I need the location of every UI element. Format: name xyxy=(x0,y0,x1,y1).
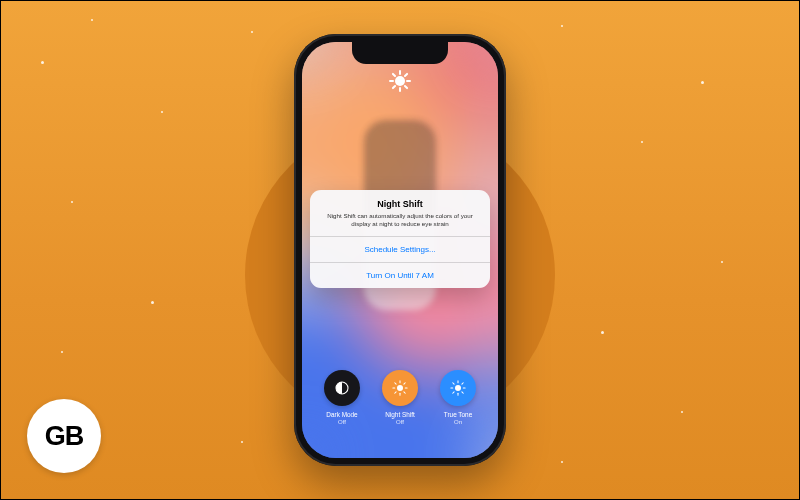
night-shift-popover: Night Shift Night Shift can automaticall… xyxy=(310,190,490,288)
sparkle xyxy=(91,19,93,21)
sparkle xyxy=(561,25,563,27)
sparkle xyxy=(721,261,723,263)
true-tone-toggle[interactable]: True Tone On xyxy=(440,370,476,426)
svg-line-17 xyxy=(453,392,454,393)
svg-line-16 xyxy=(462,392,463,393)
svg-line-9 xyxy=(404,383,405,384)
svg-line-6 xyxy=(395,383,396,384)
sparkle xyxy=(241,441,243,443)
sparkle xyxy=(681,411,683,413)
popover-title: Night Shift xyxy=(322,199,478,209)
phone-notch xyxy=(352,42,448,64)
svg-point-1 xyxy=(397,385,403,391)
sparkle xyxy=(161,111,163,113)
svg-line-7 xyxy=(404,392,405,393)
sparkle xyxy=(61,351,63,353)
gb-badge-text: GB xyxy=(45,421,84,452)
toggle-label: Night Shift Off xyxy=(385,411,414,426)
gb-badge: GB xyxy=(27,399,101,473)
toggle-label: Dark Mode Off xyxy=(326,411,357,426)
svg-line-18 xyxy=(462,383,463,384)
svg-point-10 xyxy=(455,385,461,391)
dark-mode-icon xyxy=(324,370,360,406)
sparkle xyxy=(701,81,704,84)
sparkle xyxy=(71,201,73,203)
display-toggles-row: Dark Mode Off Night Shift Off xyxy=(324,370,476,426)
night-shift-toggle[interactable]: Night Shift Off xyxy=(382,370,418,426)
sparkle xyxy=(561,461,563,463)
true-tone-icon xyxy=(440,370,476,406)
sparkle xyxy=(151,301,154,304)
turn-on-until-button[interactable]: Turn On Until 7 AM xyxy=(310,262,490,288)
promo-canvas: GB Night Shift Nigh xyxy=(0,0,800,500)
sparkle xyxy=(41,61,44,64)
svg-line-15 xyxy=(453,383,454,384)
sparkle xyxy=(601,331,604,334)
sparkle xyxy=(641,141,643,143)
schedule-settings-button[interactable]: Schedule Settings... xyxy=(310,236,490,262)
sun-icon xyxy=(389,70,411,92)
night-shift-icon xyxy=(382,370,418,406)
phone-screen: Night Shift Night Shift can automaticall… xyxy=(302,42,498,458)
phone-mockup: Night Shift Night Shift can automaticall… xyxy=(294,34,506,466)
popover-subtitle: Night Shift can automatically adjust the… xyxy=(322,212,478,228)
dark-mode-toggle[interactable]: Dark Mode Off xyxy=(324,370,360,426)
toggle-label: True Tone On xyxy=(444,411,472,426)
svg-line-8 xyxy=(395,392,396,393)
sparkle xyxy=(251,31,253,33)
